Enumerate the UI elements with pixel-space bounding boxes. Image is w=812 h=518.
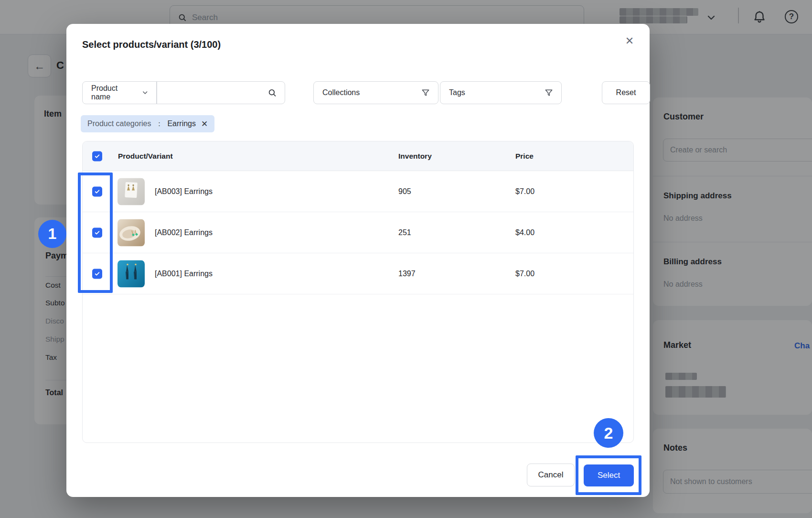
- product-thumbnail: [118, 178, 145, 205]
- annotation-box-select-button: [576, 455, 641, 495]
- funnel-icon: [421, 88, 430, 97]
- product-price: $4.00: [515, 228, 534, 237]
- chip-remove-icon[interactable]: ✕: [201, 119, 208, 129]
- close-icon[interactable]: ✕: [622, 33, 637, 49]
- search-field-label: Product name: [91, 84, 138, 101]
- chip-label: Product categories: [87, 119, 151, 128]
- tags-filter[interactable]: Tags: [440, 81, 562, 104]
- chip-value: Earrings: [167, 119, 196, 128]
- product-search-input[interactable]: [157, 82, 267, 104]
- annotation-step-2: 2: [594, 418, 623, 448]
- modal-title: Select products/variant (3/100): [82, 39, 221, 50]
- product-inventory: 251: [398, 228, 411, 237]
- product-name: [AB002] Earrings: [155, 228, 213, 237]
- screen: ? ← C Item Paym Cost Subto Disco Shipp T…: [0, 0, 812, 518]
- product-name: [AB001] Earrings: [155, 270, 213, 278]
- annotation-box-checkboxes: [78, 173, 113, 293]
- header-price: Price: [515, 152, 534, 161]
- header-inventory: Inventory: [398, 152, 432, 161]
- product-inventory: 905: [398, 187, 411, 196]
- funnel-icon: [544, 88, 554, 97]
- annotation-step-1: 1: [38, 220, 66, 248]
- search-icon[interactable]: [267, 88, 277, 98]
- table-header-row: Product/Variant Inventory Price: [83, 141, 633, 171]
- chevron-down-icon: [141, 89, 149, 97]
- collections-filter-label: Collections: [322, 88, 360, 97]
- select-all-checkbox[interactable]: [92, 151, 102, 161]
- reset-button-label: Reset: [616, 88, 636, 97]
- filter-bar: Product name Collections Tags Reset: [82, 81, 634, 104]
- product-price: $7.00: [515, 270, 534, 278]
- table-row[interactable]: [AB001] Earrings 1397 $7.00: [83, 253, 633, 294]
- reset-button[interactable]: Reset: [602, 81, 650, 104]
- product-search-control: Product name: [82, 81, 285, 104]
- select-products-modal: Select products/variant (3/100) ✕ Produc…: [66, 24, 650, 497]
- table-row[interactable]: [AB003] Earrings 905 $7.00: [83, 171, 633, 212]
- product-thumbnail: [118, 260, 145, 287]
- product-name: [AB003] Earrings: [155, 187, 213, 196]
- collections-filter[interactable]: Collections: [313, 81, 438, 104]
- chip-separator: ：: [155, 119, 163, 129]
- table-row[interactable]: [AB002] Earrings 251 $4.00: [83, 212, 633, 253]
- filter-chip-product-categories: Product categories ： Earrings ✕: [81, 115, 214, 132]
- products-table: Product/Variant Inventory Price [AB003] …: [82, 141, 634, 443]
- product-thumbnail: [118, 219, 145, 246]
- header-product-variant: Product/Variant: [118, 152, 173, 161]
- product-price: $7.00: [515, 187, 534, 196]
- product-inventory: 1397: [398, 270, 416, 278]
- search-field-selector[interactable]: Product name: [83, 82, 156, 104]
- cancel-button[interactable]: Cancel: [527, 464, 575, 486]
- tags-filter-label: Tags: [449, 88, 465, 97]
